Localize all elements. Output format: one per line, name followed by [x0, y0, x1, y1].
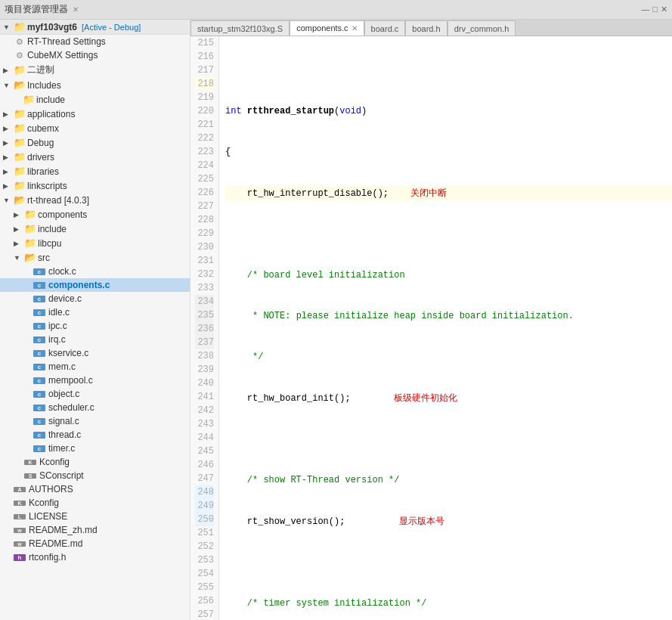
sidebar-item-rtconfig-h[interactable]: h rtconfig.h — [0, 550, 190, 564]
chevron-right-icon: ▶ — [3, 153, 12, 161]
sidebar-item-applications[interactable]: ▶ 📁 applications — [0, 107, 190, 121]
sidebar-item-components[interactable]: ▶ 📁 components — [0, 207, 190, 222]
sidebar-item-sconstruct[interactable]: S SConscript — [0, 469, 190, 482]
code-line-217: { — [225, 145, 672, 159]
sidebar-item-kconfig-rt[interactable]: K Kconfig — [0, 455, 190, 469]
sidebar-item-mem-c[interactable]: c mem.c — [0, 360, 190, 374]
main-layout: ▼ 📁 myf103vgt6 [Active - Debug] ⚙ RT-Thr… — [0, 20, 672, 620]
sidebar-item-label: components.c — [48, 280, 110, 290]
sidebar-item-irq-c[interactable]: c irq.c — [0, 333, 190, 346]
code-line-225: /* show RT-Thread version */ — [225, 473, 672, 487]
sidebar-item-clock-c[interactable]: c clock.c — [0, 265, 190, 278]
sidebar-item-components-c[interactable]: c components.c — [0, 278, 190, 292]
sidebar-item-drivers[interactable]: ▶ 📁 drivers — [0, 150, 190, 164]
close-icon[interactable]: ✕ — [73, 5, 79, 14]
file-c-icon: c — [33, 336, 45, 343]
file-c-icon: c — [33, 268, 45, 275]
chevron-down-icon: ▼ — [3, 197, 12, 204]
sidebar-item-label: signal.c — [48, 416, 79, 426]
tab-drv-common[interactable]: drv_common.h — [447, 20, 516, 36]
file-c-icon: c — [33, 350, 45, 357]
file-c-icon: c — [33, 418, 45, 425]
code-line-215 — [225, 64, 672, 77]
tab-startup[interactable]: startup_stm32f103xg.S — [190, 20, 290, 36]
settings-icon: ⚙ — [14, 37, 26, 47]
sidebar-item-cubemx-settings[interactable]: ⚙ CubeMX Settings — [0, 48, 190, 62]
chevron-right-icon: ▶ — [14, 225, 23, 233]
sidebar-item-include2[interactable]: ▶ 📁 include — [0, 222, 190, 236]
sidebar-item-signal-c[interactable]: c signal.c — [0, 414, 190, 428]
sidebar-item-rt-thread[interactable]: ▼ 📂 rt-thread [4.0.3] — [0, 193, 190, 207]
folder-icon: 📁 — [14, 137, 26, 148]
code-line-221: * NOTE: please initialize heap inside bo… — [225, 309, 672, 323]
sidebar-item-readme-zh[interactable]: w README_zh.md — [0, 523, 190, 537]
sidebar-item-object-c[interactable]: c object.c — [0, 387, 190, 401]
tab-board-h[interactable]: board.h — [405, 20, 447, 36]
chevron-right-icon: ▶ — [14, 240, 23, 247]
sidebar-item-ipc-c[interactable]: c ipc.c — [0, 319, 190, 333]
restore-icon[interactable]: □ — [652, 5, 658, 14]
file-c-icon: c — [33, 445, 45, 452]
sidebar-item-label: mempool.c — [48, 375, 93, 386]
sidebar-item-authors[interactable]: A AUTHORS — [0, 482, 190, 496]
sidebar-item-binary[interactable]: ▶ 📁 二进制 — [0, 62, 190, 78]
chevron-right-icon: ▶ — [3, 139, 12, 147]
sidebar-item-mempool-c[interactable]: c mempool.c — [0, 374, 190, 387]
sidebar-item-label: kservice.c — [48, 348, 88, 358]
sidebar-item-label: clock.c — [48, 266, 76, 277]
tab-label: board.c — [371, 24, 399, 33]
chevron-right-icon: ▶ — [3, 125, 12, 132]
sidebar-item-label: mem.c — [48, 361, 76, 372]
sidebar-item-idle-c[interactable]: c idle.c — [0, 305, 190, 319]
file-c-icon: c — [33, 309, 45, 316]
sidebar-item-readme[interactable]: w README.md — [0, 537, 190, 550]
sidebar-item-scheduler-c[interactable]: c scheduler.c — [0, 401, 190, 414]
code-line-218: rt_hw_interrupt_disable(); 关闭中断 — [225, 186, 672, 200]
sidebar-item-libraries[interactable]: ▶ 📁 libraries — [0, 164, 190, 178]
folder-icon: 📁 — [24, 223, 36, 234]
sidebar-item-device-c[interactable]: c device.c — [0, 292, 190, 305]
sidebar-item-src[interactable]: ▼ 📂 src — [0, 250, 190, 265]
sidebar-item-kservice-c[interactable]: c kservice.c — [0, 346, 190, 360]
sidebar-item-includes[interactable]: ▼ 📂 Includes — [0, 78, 190, 92]
sidebar-item-rt-thread-settings[interactable]: ⚙ RT-Thread Settings — [0, 35, 190, 48]
sidebar-item-libcpu[interactable]: ▶ 📁 libcpu — [0, 236, 190, 250]
sidebar-item-thread-c[interactable]: c thread.c — [0, 428, 190, 442]
project-explorer-title: 项目资源管理器 — [5, 3, 68, 16]
folder-icon: 📁 — [14, 122, 26, 134]
sidebar-item-label: drivers — [27, 152, 54, 163]
file-c-icon: c — [33, 296, 45, 302]
chevron-right-icon: ▶ — [3, 67, 12, 74]
chevron-down-icon: ▼ — [3, 23, 12, 31]
sidebar-item-include[interactable]: 📁 include — [0, 92, 190, 107]
sidebar-item-project[interactable]: ▼ 📁 myf103vgt6 [Active - Debug] — [0, 20, 190, 35]
tab-board-c[interactable]: board.c — [364, 20, 406, 36]
folder-icon: 📁 — [14, 108, 26, 119]
sidebar-item-label: scheduler.c — [48, 402, 94, 413]
folder-icon: 📁 — [14, 151, 26, 163]
sidebar-item-label: LICENSE — [29, 511, 67, 522]
sidebar-item-debug[interactable]: ▶ 📁 Debug — [0, 135, 190, 150]
tab-components[interactable]: components.c ✕ — [290, 20, 364, 36]
folder-icon: 📁 — [14, 64, 26, 76]
sidebar-item-label: components — [38, 209, 87, 220]
tab-label: board.h — [412, 24, 440, 33]
project-name: myf103vgt6 — [27, 22, 77, 33]
file-md-icon: w — [14, 528, 26, 533]
sidebar-item-license[interactable]: L LICENSE — [0, 510, 190, 523]
close-window-icon[interactable]: ✕ — [661, 5, 667, 14]
tab-close-icon[interactable]: ✕ — [351, 24, 358, 33]
sidebar-item-label: thread.c — [48, 429, 81, 440]
sidebar-item-cubemx[interactable]: ▶ 📁 cubemx — [0, 121, 190, 135]
sidebar-item-label: Kconfig — [39, 457, 70, 467]
chevron-right-icon: ▶ — [14, 211, 23, 219]
sidebar-item-label: object.c — [48, 389, 79, 399]
sidebar-item-label: linkscripts — [27, 181, 67, 191]
code-panel: startup_stm32f103xg.S components.c ✕ boa… — [190, 20, 672, 620]
code-content[interactable]: 215 216 217 218 219 220 221 222 223 224 … — [190, 36, 672, 620]
sidebar-item-kconfig-root[interactable]: K Kconfig — [0, 496, 190, 510]
minimize-icon[interactable]: — — [641, 5, 649, 14]
sidebar-item-linkscripts[interactable]: ▶ 📁 linkscripts — [0, 178, 190, 193]
tab-bar: startup_stm32f103xg.S components.c ✕ boa… — [190, 20, 672, 36]
sidebar-item-timer-c[interactable]: c timer.c — [0, 442, 190, 455]
